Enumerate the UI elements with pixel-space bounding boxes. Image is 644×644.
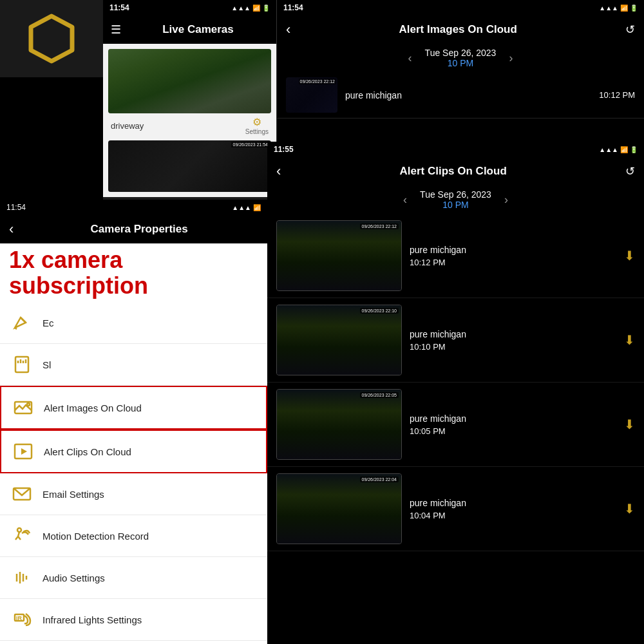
- status-icons-cam-props: ▲▲▲ 📶: [232, 204, 261, 211]
- date-text-clips: Tue Sep 26, 2023: [420, 189, 491, 200]
- clip-time-2: 10:10 PM: [410, 342, 616, 352]
- menu-item-alert-clips[interactable]: Alert Clips On Cloud: [0, 430, 267, 473]
- menu-item-motion[interactable]: Motion Detection Record: [0, 515, 267, 557]
- back-button-cam-props[interactable]: ‹: [9, 221, 14, 238]
- next-date-button-alert-images[interactable]: ›: [509, 52, 513, 65]
- download-icon-1[interactable]: ⬇: [624, 248, 635, 263]
- time-filter-clips[interactable]: 10 PM: [420, 200, 491, 210]
- clip-action-4[interactable]: ⬇: [624, 501, 635, 516]
- svg-line-1: [21, 317, 26, 323]
- status-bar-cam-props: 11:54 ▲▲▲ 📶: [0, 200, 267, 215]
- clip-timestamp-4: 09/26/2023 22:04: [360, 477, 399, 482]
- camera-item-second[interactable]: 09/26/2023 21:54: [108, 140, 271, 192]
- clip-timestamp-3: 09/26/2023 22:05: [360, 392, 399, 398]
- infrared-menu-label: Infrared Lights Settings: [43, 614, 142, 625]
- edit-label: Ec: [43, 317, 54, 328]
- clip-thumb-wrapper-2: 09/26/2023 22:10: [276, 305, 402, 375]
- alert-info-1: pure michigan: [345, 90, 591, 100]
- svg-rect-3: [15, 357, 28, 372]
- prev-date-button-alert-images[interactable]: ‹: [408, 52, 412, 65]
- motion-icon: [10, 524, 33, 547]
- menu-button-live[interactable]: ☰: [111, 23, 121, 37]
- svg-point-9: [27, 403, 30, 406]
- clip-name-3: pure michigan: [410, 413, 616, 424]
- clip-action-3[interactable]: ⬇: [624, 417, 635, 432]
- refresh-button-alert-images[interactable]: ↺: [625, 23, 635, 37]
- time-filter-alert-images[interactable]: 10 PM: [425, 58, 497, 68]
- battery-icon-alert: 🔋: [630, 5, 638, 12]
- menu-item-audio[interactable]: Audio Settings: [0, 557, 267, 599]
- nav-bar-alert-images: ‹ Alert Images On Cloud ↺: [277, 15, 644, 44]
- alert-clips-icon: [12, 440, 35, 463]
- live-cameras-title: Live Cameras: [128, 23, 269, 36]
- clip-name-1: pure michigan: [410, 245, 616, 255]
- date-info-clips: Tue Sep 26, 2023 10 PM: [420, 189, 491, 210]
- time-cam-props: 11:54: [6, 203, 26, 212]
- settings-col-driveway[interactable]: ⚙ Settings: [245, 116, 269, 135]
- status-icons-clips: ▲▲▲ 📶 🔋: [599, 146, 638, 153]
- alert-clips-menu-label: Alert Clips On Cloud: [44, 446, 131, 457]
- alert-thumb-wrapper-1: 09/26/2023 22:12: [286, 77, 337, 113]
- camera-item-driveway[interactable]: driveway ⚙ Settings: [108, 49, 271, 137]
- cam-props-title: Camera Properties: [20, 223, 258, 236]
- second-cam-timestamp: 09/26/2023 21:54: [231, 142, 270, 147]
- svg-line-16: [18, 536, 21, 540]
- clip-info-4: pure michigan 10:04 PM: [410, 498, 616, 520]
- date-text-alert-images: Tue Sep 26, 2023: [425, 48, 497, 58]
- camera-thumbnail-driveway: [108, 49, 271, 113]
- prev-date-clips[interactable]: ‹: [403, 193, 407, 207]
- refresh-button-clips[interactable]: ↺: [625, 164, 635, 178]
- alert-images-icon: [12, 396, 35, 419]
- clip-time-3: 10:05 PM: [410, 426, 616, 436]
- alert-images-menu-label: Alert Images On Cloud: [44, 402, 142, 413]
- battery-icon-live: 🔋: [262, 5, 270, 12]
- status-icons-live: ▲▲▲ 📶 🔋: [231, 5, 270, 12]
- menu-item-edit[interactable]: Ec: [0, 302, 267, 344]
- next-date-clips[interactable]: ›: [504, 193, 508, 207]
- logo-area: [0, 0, 103, 77]
- alert-item-1[interactable]: 09/26/2023 22:12 pure michigan 10:12 PM: [277, 72, 644, 118]
- app-logo: [26, 13, 77, 64]
- wifi-icon-clips: 📶: [620, 146, 628, 153]
- nav-bar-live: ☰ Live Cameras: [103, 15, 276, 44]
- subscription-banner: 1x camera subscription: [0, 243, 267, 302]
- back-button-alert-images[interactable]: ‹: [286, 21, 290, 38]
- download-icon-2[interactable]: ⬇: [624, 332, 635, 348]
- download-icon-3[interactable]: ⬇: [624, 417, 635, 432]
- status-bar-live: 11:54 ▲▲▲ 📶 🔋: [103, 0, 276, 15]
- panel-camera-properties: 11:54 ▲▲▲ 📶 ‹ Camera Properties 1x camer…: [0, 200, 267, 644]
- clip-time-1: 10:12 PM: [410, 258, 616, 267]
- clip-item-4[interactable]: 09/26/2023 22:04 pure michigan 10:04 PM …: [267, 467, 644, 551]
- clip-item-3[interactable]: 09/26/2023 22:05 pure michigan 10:05 PM …: [267, 383, 644, 467]
- signal-icon-live: ▲▲▲: [231, 5, 251, 12]
- edit-icon: [10, 311, 33, 334]
- date-info-alert-images: Tue Sep 26, 2023 10 PM: [425, 48, 497, 68]
- email-menu-label: Email Settings: [43, 489, 104, 500]
- camera-image-second: 09/26/2023 21:54: [108, 140, 271, 192]
- clip-action-1[interactable]: ⬇: [624, 248, 635, 263]
- settings-label-driveway: Settings: [245, 128, 269, 135]
- menu-item-infrared[interactable]: IR Infrared Lights Settings: [0, 599, 267, 641]
- clip-thumbnail-4: 09/26/2023 22:04: [276, 473, 402, 544]
- panel-alert-clips: 11:55 ▲▲▲ 📶 🔋 ‹ Alert Clips On Cloud ↺ ‹…: [267, 142, 644, 644]
- clip-thumbnail-2: 09/26/2023 22:10: [276, 305, 402, 375]
- menu-item-alert-images[interactable]: Alert Images On Cloud: [0, 386, 267, 430]
- status-bar-clips: 11:55 ▲▲▲ 📶 🔋: [267, 142, 644, 157]
- alert-name-1: pure michigan: [345, 90, 591, 100]
- battery-icon-clips: 🔋: [630, 146, 638, 153]
- clip-action-2[interactable]: ⬇: [624, 332, 635, 348]
- subscription-text: 1x camera subscription: [9, 247, 148, 299]
- signal-icon-clips: ▲▲▲: [599, 146, 618, 153]
- menu-item-sd[interactable]: Sl: [0, 344, 267, 386]
- back-button-clips[interactable]: ‹: [276, 163, 281, 180]
- clip-item-1[interactable]: 09/26/2023 22:12 pure michigan 10:12 PM …: [267, 214, 644, 298]
- wifi-icon-alert: 📶: [620, 5, 628, 12]
- audio-icon: [10, 566, 33, 589]
- email-icon: [10, 482, 33, 506]
- wifi-icon-cp: 📶: [253, 204, 261, 211]
- clip-time-4: 10:04 PM: [410, 511, 616, 520]
- menu-item-email[interactable]: Email Settings: [0, 473, 267, 515]
- status-bar-alert-images: 11:54 ▲▲▲ 📶 🔋: [277, 0, 644, 15]
- download-icon-4[interactable]: ⬇: [624, 501, 635, 516]
- clip-item-2[interactable]: 09/26/2023 22:10 pure michigan 10:10 PM …: [267, 298, 644, 383]
